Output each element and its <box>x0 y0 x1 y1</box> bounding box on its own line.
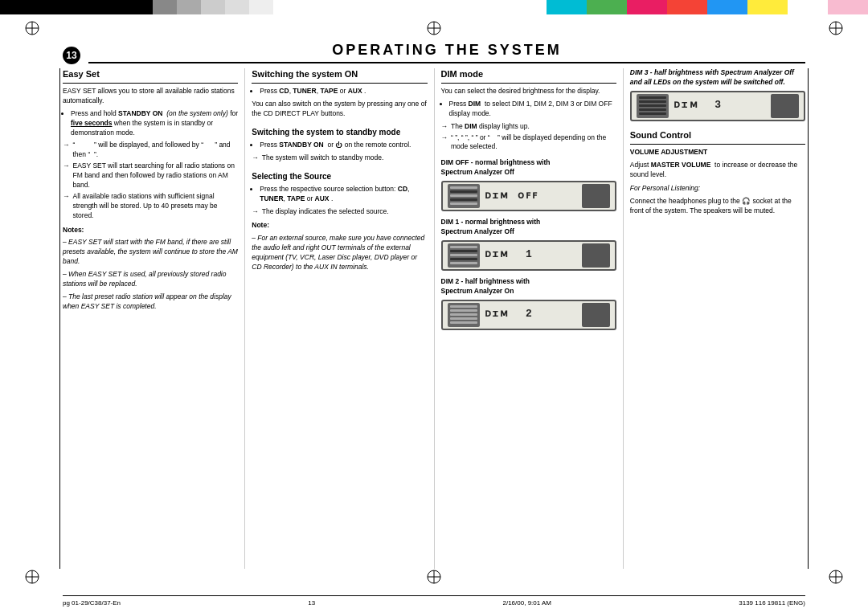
dim-bullet: Press DIM to select DIM 1, DIM 2, DIM 3 … <box>449 100 616 119</box>
reg-mark-bottom-right <box>828 569 844 585</box>
margin-line-right <box>808 68 809 569</box>
source-heading: Selecting the Source <box>252 171 427 183</box>
dim1-left-panel <box>448 243 480 268</box>
easy-set-bullets: Press and hold STANDBY ON (on the system… <box>63 109 238 138</box>
dim-bullets: Press DIM to select DIM 1, DIM 2, DIM 3 … <box>441 100 616 119</box>
dim3-display: ᴅɪᴍ 3 <box>630 91 805 121</box>
dim3-right-panel <box>771 94 799 118</box>
column-switching: Switching the system ON Press CD, TUNER,… <box>245 68 434 569</box>
standby-bullets: Press STANDBY ON or ⏻ on the remote cont… <box>252 141 427 150</box>
volume-heading: VOLUME ADJUSTMENT <box>630 148 805 157</box>
dim1-block: DIM 1 - normal brightness withSpectrum A… <box>441 218 616 271</box>
dim-off-left-panel <box>448 184 480 208</box>
dim1-label: DIM 1 - normal brightness withSpectrum A… <box>441 218 616 237</box>
page-footer: pg 01-29/C38/37-En 13 2/16/00, 9:01 AM 3… <box>63 595 805 607</box>
volume-text: Adjust MASTER VOLUME to increase or decr… <box>630 161 805 180</box>
reg-mark-bottom-center <box>426 569 442 585</box>
dim-arrow-2: → “ ”, “ ”, “ ” or “ ” will be displayed… <box>441 133 616 153</box>
dim2-left-panel <box>448 303 480 327</box>
standby-section: Switching the system to standby mode Pre… <box>252 127 427 163</box>
source-bullet: Press the respective source selection bu… <box>260 185 427 204</box>
footer-date: 2/16/00, 9:01 AM <box>503 599 552 607</box>
standby-bullet: Press STANDBY ON or ⏻ on the remote cont… <box>260 141 427 150</box>
dim1-display: ᴅɪᴍ 1 <box>441 240 616 271</box>
dim-off-block: DIM OFF - normal brightness withSpectrum… <box>441 158 616 211</box>
dim1-right-panel <box>582 243 610 268</box>
switching-on-bullets: Press CD, TUNER, TAPE or AUX . <box>252 87 427 96</box>
dim-off-right-panel <box>582 184 610 208</box>
source-section: Selecting the Source Press the respectiv… <box>252 171 427 272</box>
dim3-block: DIM 3 - half brightness with Spectrum An… <box>630 68 805 121</box>
switching-on-heading: Switching the system ON <box>252 68 427 84</box>
personal-heading: For Personal Listening: <box>630 184 805 194</box>
easy-set-arrow-3: → All available radio stations with suff… <box>63 192 238 221</box>
switching-on-bullet: Press CD, TUNER, TAPE or AUX . <box>260 87 427 96</box>
dim-section: DIM mode You can select the desired brig… <box>441 68 616 330</box>
dim-off-label: DIM OFF - normal brightness withSpectrum… <box>441 158 616 178</box>
reg-mark-top-right <box>828 20 844 36</box>
easy-set-notes-heading: Notes: <box>63 226 238 235</box>
source-note: – For an external source, make sure you … <box>252 234 427 272</box>
switching-on-text: You can also switch on the system by pre… <box>252 100 427 119</box>
reg-mark-top-left <box>24 20 40 36</box>
dim3-text: ᴅɪᴍ 3 <box>674 98 766 113</box>
column-dim3-sound: DIM 3 - half brightness with Spectrum An… <box>624 68 805 569</box>
dim-arrow-1: → The DIM display lights up. <box>441 122 616 132</box>
dim2-display: ᴅɪᴍ 2 <box>441 300 616 330</box>
dim2-text: ᴅɪᴍ 2 <box>485 307 577 322</box>
easy-set-intro: EASY SET allows you to store all availab… <box>63 87 238 106</box>
dim1-text: ᴅɪᴍ 1 <box>485 247 577 263</box>
dim-intro: You can select the desired brightness fo… <box>441 87 616 96</box>
sound-control-heading: Sound Control <box>630 129 805 145</box>
column-dim: DIM mode You can select the desired brig… <box>435 68 624 569</box>
easy-set-arrow-2: → EASY SET will start searching for all … <box>63 161 238 190</box>
easy-set-bullet-1: Press and hold STANDBY ON (on the system… <box>71 109 238 138</box>
reg-mark-top-center <box>426 20 442 36</box>
source-arrow: → The display indicates the selected sou… <box>252 207 427 217</box>
dim-off-display: ᴅɪᴍ ᴏꜰꜰ <box>441 181 616 211</box>
margin-line-left <box>59 68 60 569</box>
source-note-heading: Note: <box>252 221 427 231</box>
source-bullets: Press the respective source selection bu… <box>252 185 427 204</box>
dim-off-text: ᴅɪᴍ ᴏꜰꜰ <box>485 189 577 204</box>
content-columns: Easy Set EASY SET allows you to store al… <box>63 68 805 569</box>
page-title: OPERATING THE SYSTEM <box>88 42 805 63</box>
standby-heading: Switching the system to standby mode <box>252 127 427 139</box>
dim2-label: DIM 2 - half brightness withSpectrum Ana… <box>441 277 616 296</box>
dim3-left-panel <box>637 94 669 118</box>
reg-mark-bottom-left <box>24 569 40 585</box>
footer-center: 13 <box>308 599 315 607</box>
sound-control-section: Sound Control VOLUME ADJUSTMENT Adjust M… <box>630 129 805 216</box>
personal-text: Connect the headphones plug to the 🎧 soc… <box>630 197 805 216</box>
easy-set-arrow-1: → “ ” will be displayed, and followed by… <box>63 141 238 160</box>
dim3-label: DIM 3 - half brightness with Spectrum An… <box>630 68 805 88</box>
easy-set-section: Easy Set EASY SET allows you to store al… <box>63 68 238 312</box>
footer-left: pg 01-29/C38/37-En <box>63 599 121 607</box>
color-bar-top <box>0 0 868 14</box>
footer-product: 3139 116 19811 (ENG) <box>739 599 805 607</box>
column-easy-set: Easy Set EASY SET allows you to store al… <box>63 68 245 569</box>
easy-set-notes: – EASY SET will start with the FM band, … <box>63 238 238 311</box>
chapter-number: 13 <box>66 50 76 61</box>
easy-set-heading: Easy Set <box>63 68 238 84</box>
chapter-badge: 13 <box>63 47 80 64</box>
dim2-block: DIM 2 - half brightness withSpectrum Ana… <box>441 277 616 330</box>
switching-on-section: Switching the system ON Press CD, TUNER,… <box>252 68 427 119</box>
dim-heading: DIM mode <box>441 68 616 84</box>
dim2-right-panel <box>582 303 610 327</box>
standby-arrow: → The system will switch to standby mode… <box>252 153 427 163</box>
